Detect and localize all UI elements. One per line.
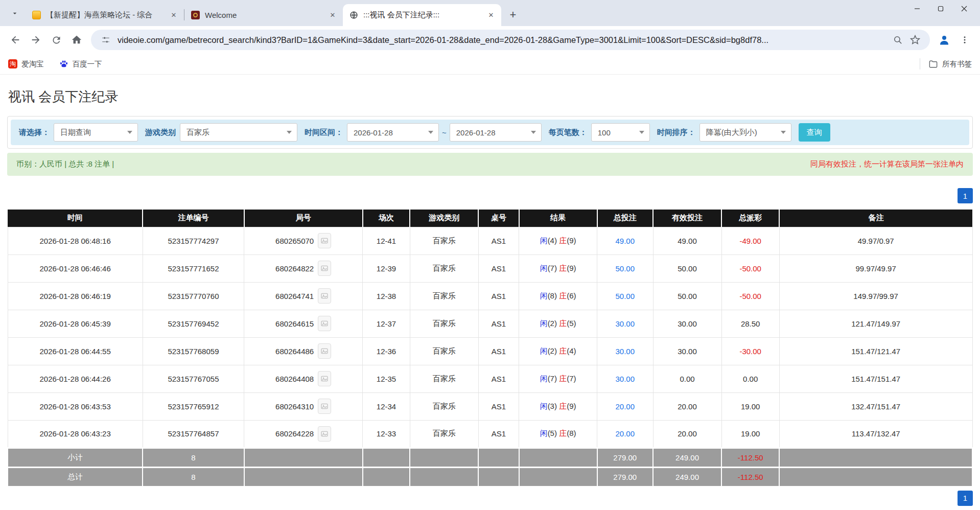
minimize-button[interactable] (905, 0, 929, 17)
bookmark-taobao[interactable]: 淘 爱淘宝 (8, 59, 44, 69)
cell-round-id: 680264822 (244, 254, 363, 282)
col-table-no: 桌号 (478, 210, 519, 227)
total-bet-link[interactable]: 20.00 (615, 429, 635, 438)
bookmark-baidu[interactable]: 百度一下 (59, 59, 102, 69)
total-bet-link[interactable]: 50.00 (615, 264, 635, 273)
tab-welcome[interactable]: Welcome ✕ (184, 4, 343, 26)
bookmark-label: 爱淘宝 (21, 59, 44, 69)
round-media-button[interactable] (318, 371, 331, 386)
cell-payout: 19.00 (721, 392, 779, 420)
cell-time: 2026-01-28 06:44:55 (8, 337, 143, 365)
sort-select[interactable]: 降冪(由大到小) (699, 123, 791, 142)
col-round-id: 局号 (244, 210, 363, 227)
date-start-select[interactable]: 2026-01-28 (347, 123, 439, 142)
zoom-indicator-icon[interactable] (890, 32, 905, 48)
bookmarks-bar: 淘 爱淘宝 百度一下 所有书签 (0, 54, 980, 75)
site-settings-icon[interactable] (98, 32, 113, 48)
query-type-select[interactable]: 日期查询 (54, 123, 138, 142)
game-type-value: 百家乐 (186, 128, 209, 137)
cell-bet-id: 523157767055 (143, 365, 244, 392)
tab-close-icon[interactable]: ✕ (328, 10, 338, 20)
cell-round-id: 680264486 (244, 337, 363, 365)
game-type-select[interactable]: 百家乐 (180, 123, 297, 142)
cell-total-bet: 50.00 (597, 254, 654, 282)
cell-payout: 28.50 (721, 310, 779, 337)
url-text[interactable]: videoie.com/game/betrecord_search/kind3?… (118, 35, 888, 45)
cell-game: 百家乐 (410, 227, 478, 254)
col-remark: 备注 (779, 210, 972, 227)
date-end-select[interactable]: 2026-01-28 (450, 123, 542, 142)
close-window-button[interactable] (952, 0, 976, 17)
cell-bet-id: 523157764857 (143, 420, 244, 448)
cell-table-no: AS1 (478, 254, 519, 282)
round-media-button[interactable] (318, 426, 331, 442)
cell-valid-bet: 49.00 (653, 227, 721, 254)
table-row: 2026-01-28 06:46:46 523157771652 6802648… (8, 254, 972, 282)
total-bet-link[interactable]: 30.00 (615, 375, 635, 383)
cell-bet-id: 523157765912 (143, 392, 244, 420)
menu-kebab-icon[interactable] (955, 31, 974, 49)
search-button[interactable]: 查询 (799, 123, 830, 142)
cell-remark: 121.47/149.97 (779, 310, 972, 337)
forward-icon[interactable] (27, 31, 45, 49)
bookmarks-divider (920, 58, 920, 69)
cell-session: 12-37 (363, 310, 410, 337)
date-start-value: 2026-01-28 (354, 128, 393, 137)
cell-table-no: AS1 (478, 282, 519, 310)
date-range-tilde: ~ (442, 128, 447, 137)
round-media-button[interactable] (318, 233, 331, 248)
round-media-button[interactable] (318, 343, 331, 359)
total-bet-link[interactable]: 49.00 (615, 237, 635, 245)
date-end-value: 2026-01-28 (456, 128, 496, 137)
cell-game: 百家乐 (410, 337, 478, 365)
tab-close-icon[interactable]: ✕ (486, 10, 496, 20)
filter-game-label: 游戏类别 (145, 128, 176, 137)
globe-icon (349, 11, 358, 20)
round-media-button[interactable] (318, 316, 331, 331)
cell-remark: 149.97/99.97 (779, 282, 972, 310)
taobao-icon: 淘 (8, 59, 17, 68)
home-icon[interactable] (67, 31, 86, 49)
tab-search-chevron-icon[interactable] (6, 5, 24, 22)
cell-table-no: AS1 (478, 392, 519, 420)
page-1-button[interactable]: 1 (958, 188, 973, 203)
round-media-button[interactable] (318, 261, 331, 276)
table-row: 2026-01-28 06:45:39 523157769452 6802646… (8, 310, 972, 337)
cell-valid-bet: 30.00 (653, 310, 721, 337)
maximize-button[interactable] (929, 0, 952, 17)
chevron-down-icon (287, 131, 292, 134)
total-bet-link[interactable]: 20.00 (615, 402, 635, 411)
table-row: 2026-01-28 06:43:53 523157765912 6802643… (8, 392, 972, 420)
cell-result: 闲(3) 庄(9) (519, 392, 597, 420)
tab-forum[interactable]: 【新提醒】海燕策略论坛 - 综合 ✕ (26, 4, 184, 26)
cell-total-bet: 30.00 (597, 365, 654, 392)
url-bar[interactable]: videoie.com/game/betrecord_search/kind3?… (91, 30, 930, 50)
sort-value: 降冪(由大到小) (706, 128, 757, 137)
profile-avatar[interactable] (935, 31, 953, 49)
cell-time: 2026-01-28 06:44:26 (8, 365, 143, 392)
round-media-button[interactable] (318, 288, 331, 304)
tab-close-icon[interactable]: ✕ (169, 10, 179, 20)
cell-total-bet: 49.00 (597, 227, 654, 254)
tab-betrecord-active[interactable]: :::视讯 会员下注纪录::: ✕ (343, 4, 501, 26)
new-tab-button[interactable]: + (505, 7, 521, 22)
subtotal-count: 8 (143, 448, 244, 467)
back-icon[interactable] (6, 31, 25, 49)
cell-session: 12-36 (363, 337, 410, 365)
cell-round-id: 680264228 (244, 420, 363, 448)
total-bet-link[interactable]: 30.00 (615, 319, 635, 328)
total-bet-link[interactable]: 30.00 (615, 347, 635, 356)
cell-game: 百家乐 (410, 282, 478, 310)
total-bet-link[interactable]: 50.00 (615, 292, 635, 300)
bookmark-star-icon[interactable] (907, 32, 923, 48)
folder-icon (928, 59, 938, 69)
per-page-select[interactable]: 100 (591, 123, 650, 142)
chevron-down-icon (531, 131, 536, 134)
subtotal-total-bet: 279.00 (597, 448, 654, 467)
round-media-button[interactable] (318, 399, 331, 414)
page-1-button[interactable]: 1 (958, 491, 973, 506)
reload-icon[interactable] (47, 31, 65, 49)
table-row: 2026-01-28 06:46:19 523157770760 6802647… (8, 282, 972, 310)
total-count: 8 (143, 467, 244, 486)
all-bookmarks-button[interactable]: 所有书签 (942, 59, 972, 69)
